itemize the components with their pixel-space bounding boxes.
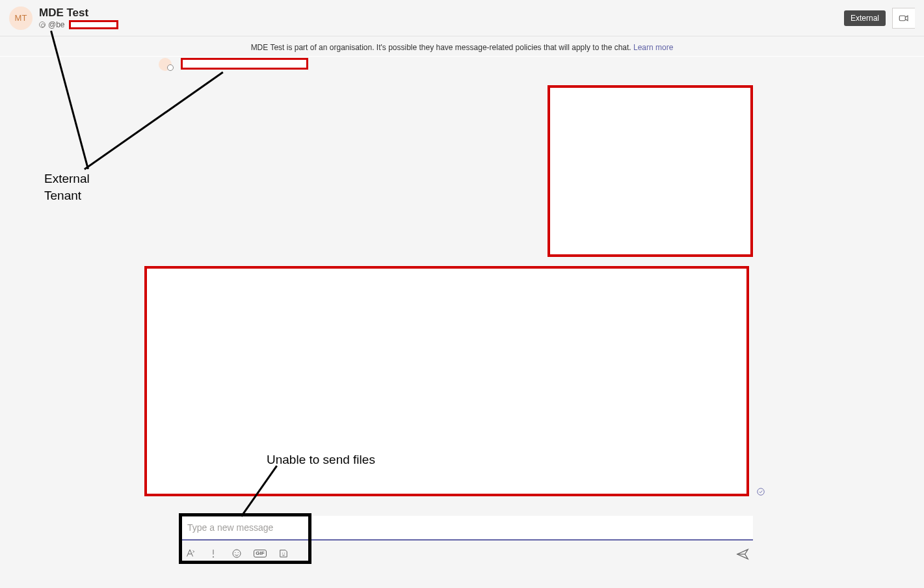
avatar-initials: MT (15, 13, 27, 23)
subtitle-row: @be (39, 20, 118, 29)
redaction-box (69, 20, 118, 29)
read-receipt-icon (756, 487, 765, 499)
message-presence-icon (167, 64, 174, 71)
redaction-box (548, 85, 753, 257)
policy-banner: MDE Test is part of an organisation. It'… (0, 36, 924, 57)
annotation-line1: External (44, 172, 90, 185)
annotation-external-tenant: External Tenant (44, 170, 90, 204)
redaction-box (144, 266, 749, 496)
send-button[interactable] (735, 547, 750, 564)
title-block: MDE Test @be (39, 7, 118, 29)
annotation-line (84, 72, 224, 170)
redaction-box (181, 58, 308, 70)
policy-text: MDE Test is part of an organisation. It'… (251, 43, 633, 52)
header-actions: External (844, 8, 915, 29)
annotation-line2: Tenant (44, 189, 81, 202)
video-call-button[interactable] (892, 8, 915, 29)
chat-header: MT MDE Test @be External (0, 0, 924, 36)
contact-handle: @be (48, 20, 65, 29)
svg-point-1 (758, 488, 765, 496)
presence-icon (39, 21, 46, 28)
learn-more-link[interactable]: Learn more (633, 43, 673, 52)
annotation-box (179, 513, 311, 564)
chat-area: GIF External Tenant Unable to send files (0, 57, 924, 564)
svg-rect-0 (899, 16, 905, 21)
external-badge: External (844, 10, 886, 26)
avatar[interactable]: MT (9, 7, 33, 30)
contact-name[interactable]: MDE Test (39, 7, 118, 20)
annotation-unable-files: Unable to send files (267, 453, 375, 467)
